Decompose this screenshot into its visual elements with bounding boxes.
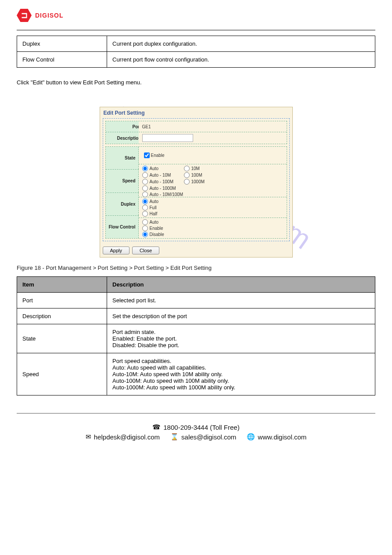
state-enable-checkbox[interactable] <box>144 152 150 158</box>
duplex-auto-radio[interactable] <box>142 199 148 204</box>
footer-phone: 1800-209-3444 (Toll Free) <box>163 424 239 431</box>
speed-opt: 100M <box>191 173 202 178</box>
speed-10m-radio[interactable] <box>184 166 190 171</box>
page-header: ⊐ DIGISOL <box>17 9 375 30</box>
item-description-table: Item Description Port Selected port list… <box>17 276 375 395</box>
phone-icon: ☎ <box>152 423 161 431</box>
duplex-half-radio[interactable] <box>142 211 148 217</box>
state-label: State <box>106 147 139 169</box>
speed-auto-radio[interactable] <box>142 166 148 171</box>
flow-opt: Enable <box>150 226 163 231</box>
mail-icon: ✉ <box>86 433 91 441</box>
speed-auto100m-radio[interactable] <box>142 179 148 185</box>
panel-title: Edit Port Setting <box>100 107 292 117</box>
footer-sales: sales@digisol.com <box>181 433 236 441</box>
speed-auto10m-radio[interactable] <box>142 172 148 178</box>
speed-1000m-radio[interactable] <box>184 179 190 185</box>
cell-term: Speed <box>17 353 107 395</box>
table-row: Port Selected port list. <box>17 293 375 308</box>
cell-desc: Set the description of the port <box>107 308 375 324</box>
edit-port-setting-panel: Edit Port Setting Port Description GE1 <box>100 107 293 258</box>
description-input[interactable] <box>142 134 193 142</box>
flow-auto-radio[interactable] <box>142 219 148 225</box>
table-row: Flow Control Current port flow control c… <box>17 52 375 68</box>
table-row: Duplex Current port duplex configuration… <box>17 36 375 52</box>
cell-desc: Port speed capabilities. Auto: Auto spee… <box>107 353 375 395</box>
duplex-opt: Half <box>150 211 158 216</box>
cell-desc: Current port flow control configuration. <box>107 52 375 68</box>
speed-opt: Auto - 1000M <box>150 186 176 191</box>
top-definitions-table: Duplex Current port duplex configuration… <box>17 36 375 68</box>
table-header-description: Description <box>107 277 375 293</box>
speed-opt: Auto - 100M <box>150 179 173 184</box>
duplex-full-radio[interactable] <box>142 205 148 210</box>
cell-desc: Current port duplex configuration. <box>107 36 375 52</box>
apply-button[interactable]: Apply <box>103 247 130 254</box>
cell-term: Duplex <box>17 36 107 52</box>
flow-disable-radio[interactable] <box>142 232 148 237</box>
speed-opt: 1000M <box>191 179 205 184</box>
footer-helpdesk: helpdesk@digisol.com <box>94 433 160 441</box>
duplex-opt: Auto <box>150 199 159 204</box>
globe-icon: 🌐 <box>247 433 255 441</box>
figure-caption: Figure 18 - Port Management > Port Setti… <box>17 265 375 271</box>
footer-web: www.digisol.com <box>258 433 306 441</box>
close-button[interactable]: Close <box>132 247 159 254</box>
table-row: State Port admin state. Enabled: Enable … <box>17 324 375 353</box>
cell-term: Port <box>17 293 107 308</box>
cell-term: Description <box>17 308 107 324</box>
speed-opt: 10M <box>191 166 200 171</box>
flowcontrol-label: Flow Control <box>106 215 139 238</box>
duplex-label: Duplex <box>106 192 139 215</box>
logo-icon: ⊐ <box>17 9 32 22</box>
cell-term: Flow Control <box>17 52 107 68</box>
speed-auto1000m-radio[interactable] <box>142 185 148 191</box>
duplex-opt: Full <box>150 205 157 210</box>
speed-opt: Auto - 10M/100M <box>150 192 183 197</box>
cell-desc: Selected port list. <box>107 293 375 308</box>
cell-desc: Port admin state. Enabled: Enable the po… <box>107 324 375 353</box>
speed-opt: Auto - 10M <box>150 173 171 178</box>
intro-text: Click "Edit" button to view Edit Port Se… <box>17 79 375 86</box>
speed-100m-radio[interactable] <box>184 172 190 178</box>
speed-opt: Auto <box>150 166 159 171</box>
flow-opt: Auto <box>150 220 159 225</box>
table-row: Speed Port speed capabilities. Auto: Aut… <box>17 353 375 395</box>
brand-name: DIGISOL <box>35 12 64 19</box>
state-enable-label: Enable <box>151 153 165 158</box>
flow-enable-radio[interactable] <box>142 225 148 231</box>
flow-opt: Disable <box>150 232 164 237</box>
speed-label: Speed <box>106 169 139 192</box>
hourglass-icon: ⌛ <box>170 433 179 441</box>
cell-term: State <box>17 324 107 353</box>
page-footer: ☎ 1800-209-3444 (Toll Free) ✉helpdesk@di… <box>17 413 375 447</box>
port-value: GE1 <box>139 121 287 132</box>
table-row: Description Set the description of the p… <box>17 308 375 324</box>
table-header-item: Item <box>17 277 107 293</box>
speed-auto10m100m-radio[interactable] <box>142 192 148 197</box>
